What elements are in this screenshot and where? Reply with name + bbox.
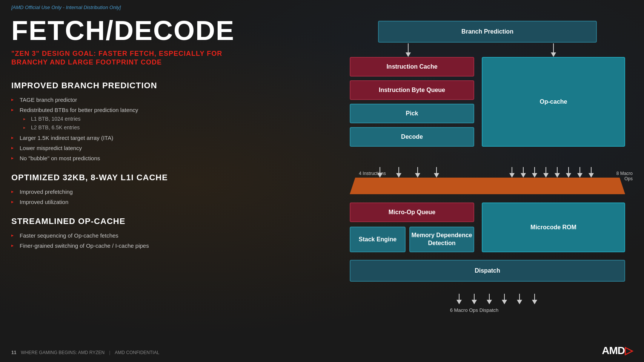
bullet-list-branch: TAGE branch predictor Redistributed BTBs… [11, 96, 260, 162]
bullet-prefetch: Improved prefetching [11, 188, 260, 196]
micro-op-queue-box: Micro-Op Queue [350, 202, 474, 222]
footer-page-number: 11 [11, 350, 16, 355]
svg-marker-9 [415, 173, 420, 178]
svg-marker-29 [456, 300, 462, 304]
footer-text2: AMD CONFIDENTIAL [115, 350, 159, 355]
svg-marker-37 [517, 300, 522, 304]
op-cache-box: Op-cache [482, 57, 625, 147]
svg-marker-15 [521, 173, 526, 178]
decode-box: Decode [350, 127, 474, 147]
main-title: FETCH/DECODE [11, 17, 260, 44]
footer-text1: WHERE GAMING BEGINS: AMD RYZEN [21, 350, 105, 355]
section-branch-prediction: IMPROVED BRANCH PREDICTION TAGE branch p… [11, 81, 260, 162]
pick-box: Pick [350, 104, 474, 123]
section-op-cache: STREAMLINED OP-CACHE Faster sequencing o… [11, 216, 260, 250]
bullet-ita: Larger 1.5K indirect target array (ITA) [11, 134, 260, 142]
watermark: [AMD Official Use Only - Internal Distri… [11, 5, 121, 10]
bullet-sequencing: Faster sequencing of Op-cache fetches [11, 232, 260, 239]
bullet-mispredict: Lower mispredict latency [11, 144, 260, 152]
dispatch-box: Dispatch [350, 260, 625, 282]
bullet-bubble: No "bubble" on most predictions [11, 154, 260, 162]
svg-marker-35 [502, 300, 507, 304]
amd-arrow-icon: ▷ [625, 345, 633, 356]
svg-marker-11 [434, 173, 439, 178]
bullet-utilization: Improved utilization [11, 198, 260, 206]
bullet-btb: Redistributed BTBs for better prediction… [11, 106, 260, 132]
microcode-rom-box: Microcode ROM [482, 202, 625, 252]
bullet-tage: TAGE branch predictor [11, 96, 260, 104]
svg-marker-7 [396, 173, 401, 178]
diagram-container: Branch Prediction Instruction Cache Inst… [350, 21, 633, 345]
sub-bullet-l1btb: L1 BTB, 1024 entries [23, 115, 260, 123]
svg-marker-33 [487, 300, 492, 304]
svg-marker-17 [532, 173, 537, 178]
bullet-switching: Finer-grained switching of Op-cache / I-… [11, 242, 260, 250]
subtitle: "ZEN 3" DESIGN GOAL: FASTER FETCH, ESPEC… [11, 49, 260, 67]
svg-marker-19 [543, 173, 549, 178]
footer: 11 WHERE GAMING BEGINS: AMD RYZEN | AMD … [11, 350, 159, 355]
bullet-list-cache: Improved prefetching Improved utilizatio… [11, 188, 260, 206]
svg-marker-3 [551, 52, 556, 57]
section-heading-cache: OPTIMIZED 32KB, 8-WAY L1I CACHE [11, 173, 260, 183]
section-heading-opcache: STREAMLINED OP-CACHE [11, 216, 260, 226]
svg-marker-13 [509, 173, 515, 178]
memory-dependence-box: Memory Dependence Detection [409, 227, 474, 252]
section-l1i-cache: OPTIMIZED 32KB, 8-WAY L1I CACHE Improved… [11, 173, 260, 206]
amd-logo: AMD▷ [602, 344, 633, 357]
instruction-cache-box: Instruction Cache [350, 57, 474, 77]
sub-bullet-l2btb: L2 BTB, 6.5K entries [23, 124, 260, 132]
svg-marker-1 [406, 52, 411, 57]
macro-ops-dispatch-label: 6 Macro Ops Dispatch [437, 307, 512, 313]
stack-engine-box: Stack Engine [350, 227, 406, 252]
svg-marker-23 [566, 173, 571, 178]
instruction-byte-queue-box: Instruction Byte Queue [350, 80, 474, 100]
svg-marker-39 [532, 300, 537, 304]
sub-bullet-list-btb: L1 BTB, 1024 entries L2 BTB, 6.5K entrie… [23, 115, 260, 132]
bullet-list-opcache: Faster sequencing of Op-cache fetches Fi… [11, 232, 260, 250]
branch-prediction-box: Branch Prediction [378, 21, 597, 43]
right-panel: Branch Prediction Instruction Cache Inst… [350, 21, 633, 345]
svg-marker-27 [589, 173, 594, 178]
svg-marker-25 [577, 173, 583, 178]
trapezoid-merge [350, 178, 625, 194]
svg-marker-21 [555, 173, 560, 178]
svg-marker-31 [472, 300, 477, 304]
section-heading-branch: IMPROVED BRANCH PREDICTION [11, 81, 260, 90]
instructions-label: 4 Instructions [350, 171, 395, 176]
left-panel: FETCH/DECODE "ZEN 3" DESIGN GOAL: FASTER… [11, 17, 260, 252]
footer-separator: | [109, 350, 110, 355]
